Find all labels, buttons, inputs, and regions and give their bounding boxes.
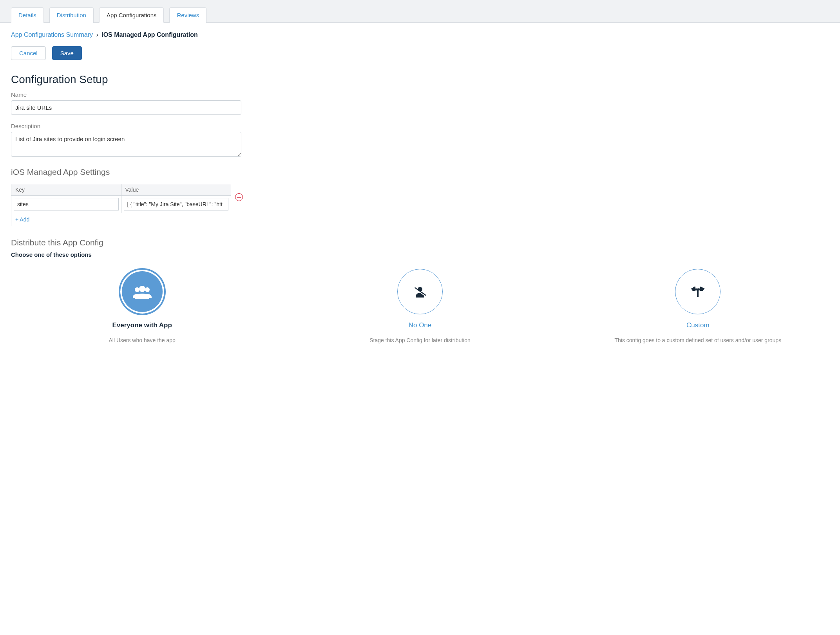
dist-option-title: No One	[293, 321, 547, 329]
dist-option-desc: All Users who have the app	[15, 336, 269, 345]
setting-key-input[interactable]	[14, 198, 119, 210]
column-header-key: Key	[11, 184, 121, 196]
add-row-button[interactable]: + Add	[11, 213, 231, 226]
breadcrumb-sep: ›	[96, 31, 98, 38]
svg-rect-0	[237, 197, 241, 198]
user-slash-icon	[397, 269, 443, 314]
breadcrumb: App Configurations Summary › iOS Managed…	[11, 31, 829, 38]
settings-title: iOS Managed App Settings	[11, 167, 829, 177]
distribute-subtitle: Choose one of these options	[11, 251, 829, 258]
users-group-icon	[119, 269, 165, 314]
dist-option-everyone[interactable]: Everyone with App All Users who have the…	[11, 269, 273, 345]
tab-bar: Details Distribution App Configurations …	[0, 0, 840, 23]
tab-reviews[interactable]: Reviews	[169, 7, 206, 23]
dist-option-noone[interactable]: No One Stage this App Config for later d…	[289, 269, 551, 345]
table-row	[11, 196, 231, 213]
name-label: Name	[11, 91, 241, 98]
settings-table: Key Value	[11, 184, 231, 213]
distribute-options: Everyone with App All Users who have the…	[11, 269, 829, 345]
dist-option-desc: This config goes to a custom defined set…	[571, 336, 825, 345]
remove-row-icon[interactable]	[235, 193, 243, 201]
split-arrows-icon	[675, 269, 721, 314]
cancel-button[interactable]: Cancel	[11, 46, 46, 60]
breadcrumb-current: iOS Managed App Configuration	[101, 31, 198, 38]
svg-point-2	[135, 287, 139, 292]
description-label: Description	[11, 123, 241, 129]
column-header-value: Value	[121, 184, 231, 196]
setting-value-input[interactable]	[124, 198, 229, 210]
dist-option-desc: Stage this App Config for later distribu…	[293, 336, 547, 345]
page-title: Configuration Setup	[11, 73, 829, 86]
svg-point-3	[145, 287, 150, 292]
tab-details[interactable]: Details	[11, 7, 44, 23]
dist-option-custom[interactable]: Custom This config goes to a custom defi…	[567, 269, 829, 345]
dist-option-title: Custom	[571, 321, 825, 329]
tab-app-configurations[interactable]: App Configurations	[99, 7, 164, 23]
save-button[interactable]: Save	[52, 46, 82, 60]
description-input[interactable]	[11, 132, 241, 157]
name-input[interactable]	[11, 100, 241, 115]
dist-option-title: Everyone with App	[15, 321, 269, 329]
breadcrumb-parent-link[interactable]: App Configurations Summary	[11, 31, 93, 38]
svg-point-1	[139, 286, 145, 292]
tab-distribution[interactable]: Distribution	[49, 7, 94, 23]
action-buttons: Cancel Save	[11, 46, 829, 60]
distribute-title: Distribute this App Config	[11, 238, 829, 247]
